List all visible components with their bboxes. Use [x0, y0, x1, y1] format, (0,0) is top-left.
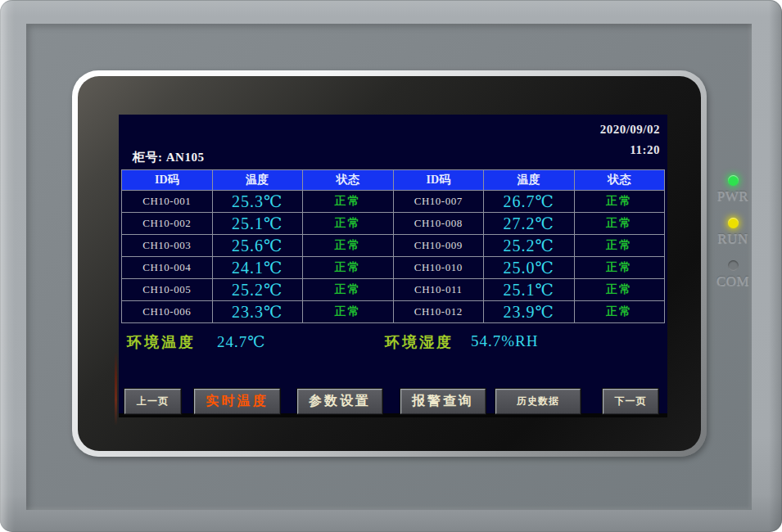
temperature-cell: 25.1℃ [484, 279, 575, 301]
temperature-cell: 23.3℃ [212, 301, 303, 323]
table-header-cell: 状态 [574, 170, 665, 191]
com-led-group: COM [710, 260, 756, 290]
com-led [728, 260, 739, 271]
date-display: 2020/09/02 [600, 119, 660, 140]
table-header-cell: 温度 [212, 170, 303, 191]
channel-id-cell: CH10-005 [122, 279, 213, 301]
table-row: CH10-00325.6℃正常CH10-00925.2℃正常 [122, 235, 665, 257]
history-data-button[interactable]: 历史数据 [495, 389, 581, 414]
temperature-cell: 25.1℃ [212, 213, 303, 235]
status-cell: 正常 [574, 301, 665, 323]
channel-id-cell: CH10-004 [122, 257, 213, 279]
temperature-cell: 27.2℃ [484, 213, 575, 235]
table-header-row: ID码温度状态ID码温度状态 [122, 170, 665, 191]
realtime-temperature-button[interactable]: 实时温度 [194, 389, 280, 414]
table-row: CH10-00424.1℃正常CH10-01025.0℃正常 [122, 257, 665, 279]
run-led-group: RUN [710, 218, 756, 247]
cabinet-number-label: 柜号: AN105 [133, 150, 204, 165]
datetime-display: 2020/09/02 11:20 [600, 119, 660, 160]
table-header-cell: ID码 [393, 170, 484, 191]
run-led [728, 218, 739, 228]
channel-temperature-table: ID码温度状态ID码温度状态 CH10-00125.3℃正常CH10-00726… [121, 169, 665, 323]
nav-button-bar: 上一页实时温度参数设置报警查询历史数据下一页 [119, 389, 667, 414]
status-cell: 正常 [574, 257, 665, 279]
status-cell: 正常 [574, 213, 665, 235]
channel-id-cell: CH10-011 [393, 279, 484, 301]
next-page-button[interactable]: 下一页 [603, 389, 658, 414]
ambient-temperature-label: 环境温度 [127, 332, 196, 352]
parameter-settings-button[interactable]: 参数设置 [297, 389, 382, 414]
alarm-query-button[interactable]: 报警查询 [400, 389, 486, 414]
ambient-humidity-value: 54.7%RH [471, 332, 538, 350]
lcd-screen: 2020/09/02 11:20 柜号: AN105 ID码温度状态ID码温度状… [119, 115, 667, 417]
table-header-cell: 状态 [303, 170, 394, 191]
status-cell: 正常 [303, 279, 394, 301]
com-led-label: COM [710, 273, 756, 290]
table-row: CH10-00225.1℃正常CH10-00827.2℃正常 [122, 213, 665, 235]
table-header-cell: 温度 [484, 170, 575, 191]
temperature-cell: 25.0℃ [484, 257, 575, 279]
channel-id-cell: CH10-001 [122, 191, 213, 213]
status-cell: 正常 [574, 191, 665, 213]
channel-id-cell: CH10-009 [393, 235, 484, 257]
table-row: CH10-00125.3℃正常CH10-00726.7℃正常 [122, 191, 665, 213]
time-display: 11:20 [600, 140, 660, 160]
status-cell: 正常 [303, 191, 394, 213]
hmi-device-frame: 2020/09/02 11:20 柜号: AN105 ID码温度状态ID码温度状… [0, 0, 782, 532]
status-cell: 正常 [303, 213, 394, 235]
pwr-led [728, 175, 739, 186]
temperature-cell: 26.7℃ [484, 191, 575, 213]
temperature-cell: 25.2℃ [212, 279, 303, 301]
status-led-strip: PWRRUNCOM [710, 175, 756, 290]
channel-id-cell: CH10-008 [393, 213, 484, 235]
temperature-cell: 25.2℃ [484, 235, 575, 257]
pwr-led-group: PWR [710, 175, 756, 205]
table-row: CH10-00623.3℃正常CH10-01223.9℃正常 [122, 301, 665, 323]
ambient-temperature-value: 24.7℃ [217, 332, 266, 351]
table-header-cell: ID码 [122, 170, 213, 191]
prev-page-button[interactable]: 上一页 [124, 389, 181, 414]
status-cell: 正常 [574, 235, 665, 257]
pwr-led-label: PWR [710, 188, 756, 205]
channel-id-cell: CH10-002 [122, 213, 213, 235]
status-cell: 正常 [303, 301, 394, 323]
channel-id-cell: CH10-012 [393, 301, 484, 323]
channel-id-cell: CH10-003 [122, 235, 213, 257]
ambient-humidity-label: 环境湿度 [385, 332, 454, 352]
channel-id-cell: CH10-007 [393, 191, 484, 213]
channel-id-cell: CH10-010 [393, 257, 484, 279]
temperature-cell: 25.6℃ [212, 235, 303, 257]
screen-edge-reflection [115, 352, 117, 426]
temperature-cell: 24.1℃ [212, 257, 303, 279]
status-cell: 正常 [303, 257, 394, 279]
temperature-cell: 25.3℃ [212, 191, 303, 213]
temperature-cell: 23.9℃ [484, 301, 575, 323]
status-cell: 正常 [574, 279, 665, 301]
status-cell: 正常 [303, 235, 394, 257]
channel-id-cell: CH10-006 [122, 301, 213, 323]
table-row: CH10-00525.2℃正常CH10-01125.1℃正常 [122, 279, 665, 301]
run-led-label: RUN [710, 231, 756, 247]
